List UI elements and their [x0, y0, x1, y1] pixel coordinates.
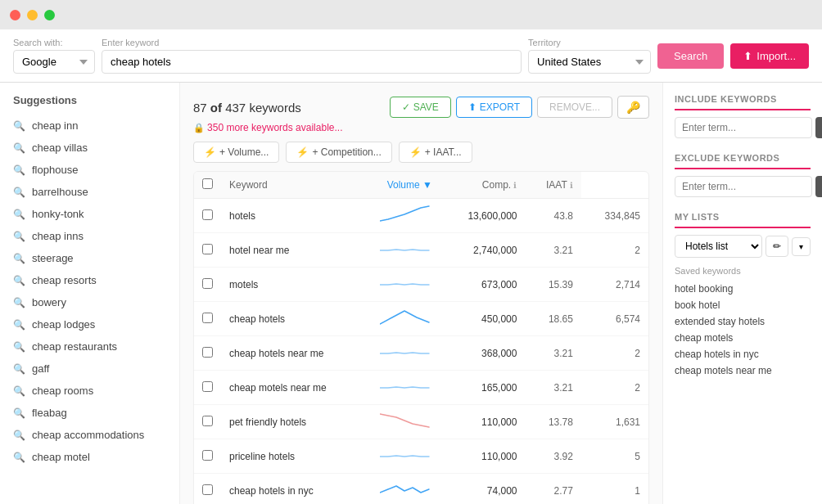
search-icon: 🔍 — [13, 275, 25, 286]
suggestion-item[interactable]: 🔍bowery — [0, 291, 179, 313]
list-select[interactable]: Hotels list — [675, 235, 762, 258]
table-row: hotels 13,600,000 43.8 334,845 — [194, 199, 648, 233]
edit-list-button[interactable]: ✏ — [766, 236, 788, 257]
search-icon: 🔍 — [13, 430, 25, 441]
include-add-button[interactable]: Add — [815, 117, 822, 138]
search-icon: 🔍 — [13, 120, 25, 132]
keyword-cell: pet friendly hotels — [221, 405, 372, 439]
suggestion-item[interactable]: 🔍flophouse — [0, 159, 179, 181]
row-checkbox[interactable] — [202, 209, 213, 220]
table-row: priceline hotels 110,000 3.92 5 — [194, 439, 648, 474]
volume-cell: 13,600,000 — [440, 199, 526, 233]
keyword-label: Enter keyword — [102, 38, 522, 47]
search-icon: 🔍 — [13, 142, 25, 154]
suggestion-item[interactable]: 🔍cheap inns — [0, 225, 179, 247]
include-input[interactable] — [675, 117, 812, 138]
maximize-dot[interactable] — [44, 10, 55, 20]
saved-keyword-item: cheap motels — [675, 330, 811, 346]
suggestion-item[interactable]: 🔍barrelhouse — [0, 181, 179, 203]
row-checkbox[interactable] — [202, 484, 213, 495]
keywords-count: 87 of 437 keywords — [193, 101, 301, 115]
upload-icon: ⬆ — [743, 50, 752, 62]
saved-label: Saved keywords — [675, 266, 811, 276]
more-keywords-link[interactable]: 350 more keywords available... — [193, 122, 649, 133]
col-volume[interactable]: Volume ▼ — [372, 172, 440, 199]
search-engine-select[interactable]: GoogleBingYouTube — [13, 50, 95, 74]
search-engine-wrap: Search with: GoogleBingYouTube — [13, 38, 95, 74]
suggestion-item[interactable]: 🔍steerage — [0, 247, 179, 269]
import-button[interactable]: ⬆ Import... — [730, 43, 809, 69]
keyword-cell: cheap motels near me — [221, 371, 372, 405]
col-keyword: Keyword — [221, 172, 372, 199]
suggestion-item[interactable]: 🔍cheap accommodations — [0, 424, 179, 446]
suggestion-item[interactable]: 🔍cheap resorts — [0, 269, 179, 291]
row-checkbox[interactable] — [202, 313, 213, 323]
row-checkbox[interactable] — [202, 347, 213, 358]
expand-list-button[interactable]: ▾ — [792, 237, 811, 256]
export-button[interactable]: ⬆ EXPORT — [456, 97, 532, 118]
suggestion-item[interactable]: 🔍cheap rooms — [0, 380, 179, 402]
keyword-cell: hotel near me — [221, 233, 372, 268]
saved-keyword-item: cheap motels near me — [675, 362, 811, 379]
suggestion-item[interactable]: 🔍gaff — [0, 358, 179, 380]
volume-filter[interactable]: ⚡ + Volume... — [193, 142, 279, 163]
trend-cell — [372, 474, 440, 505]
search-icon: 🔍 — [13, 164, 25, 176]
close-dot[interactable] — [10, 10, 20, 20]
suggestion-item[interactable]: 🔍honky-tonk — [0, 203, 179, 225]
volume-cell: 368,000 — [440, 336, 526, 371]
table-row: cheap hotels 450,000 18.65 6,574 — [194, 302, 648, 336]
remove-button[interactable]: REMOVE... — [537, 97, 612, 118]
keywords-count-wrap: 87 of 437 keywords — [193, 101, 301, 115]
row-checkbox[interactable] — [202, 381, 213, 392]
volume-cell: 673,000 — [440, 268, 526, 302]
row-checkbox[interactable] — [202, 416, 213, 426]
suggestions-sidebar: Suggestions 🔍cheap inn🔍cheap villas🔍flop… — [0, 83, 180, 504]
keyword-cell: motels — [221, 268, 372, 302]
include-input-wrap: Add — [675, 117, 811, 138]
iaat-filter[interactable]: ⚡ + IAAT... — [399, 142, 472, 163]
include-section: INCLUDE KEYWORDS Add — [675, 94, 811, 138]
select-all-checkbox[interactable] — [202, 178, 213, 189]
search-button[interactable]: Search — [657, 43, 724, 69]
table-row: cheap hotels near me 368,000 3.21 2 — [194, 336, 648, 371]
comp-cell: 2.77 — [525, 474, 580, 505]
suggestion-item[interactable]: 🔍cheap restaurants — [0, 335, 179, 358]
suggestion-item[interactable]: 🔍cheap motel — [0, 446, 179, 468]
search-icon: 🔍 — [13, 452, 25, 463]
keyword-cell: priceline hotels — [221, 439, 372, 474]
row-checkbox[interactable] — [202, 278, 213, 289]
keyword-input[interactable] — [102, 50, 522, 74]
trend-cell — [372, 302, 440, 336]
exclude-section: EXCLUDE KEYWORDS Add — [675, 153, 811, 197]
iaat-cell: 2 — [581, 233, 648, 268]
volume-cell: 2,740,000 — [440, 233, 526, 268]
comp-cell: 13.78 — [525, 405, 580, 439]
suggestion-item[interactable]: 🔍fleabag — [0, 402, 179, 424]
territory-wrap: Territory United StatesUnited KingdomCan… — [528, 38, 651, 74]
saved-keyword-item: cheap hotels in nyc — [675, 346, 811, 362]
suggestion-item[interactable]: 🔍cheap inn — [0, 115, 179, 137]
row-checkbox[interactable] — [202, 450, 213, 461]
territory-select[interactable]: United StatesUnited KingdomCanada — [528, 50, 651, 74]
content-header: 87 of 437 keywords ✓ SAVE ⬆ EXPORT REMOV… — [193, 96, 649, 119]
filter-icon-3: ⚡ — [409, 146, 422, 158]
exclude-add-button[interactable]: Add — [815, 176, 822, 197]
suggestion-item[interactable]: 🔍cheap villas — [0, 137, 179, 159]
saved-keyword-item: book hotel — [675, 297, 811, 313]
suggestion-item[interactable]: 🔍cheap lodges — [0, 313, 179, 335]
sidebar-title: Suggestions — [0, 83, 179, 115]
col-comp[interactable]: Comp. ℹ — [440, 172, 526, 199]
row-checkbox[interactable] — [202, 244, 213, 254]
right-panel: INCLUDE KEYWORDS Add EXCLUDE KEYWORDS Ad… — [662, 83, 822, 504]
table-row: cheap motels near me 165,000 3.21 2 — [194, 371, 648, 405]
save-button[interactable]: ✓ SAVE — [390, 97, 450, 118]
key-button[interactable]: 🔑 — [617, 96, 649, 119]
trend-cell — [372, 336, 440, 371]
col-iaat[interactable]: IAAT ℹ — [525, 172, 580, 199]
iaat-cell: 5 — [581, 439, 648, 474]
minimize-dot[interactable] — [27, 10, 38, 20]
total-count: 437 — [225, 101, 246, 115]
exclude-input[interactable] — [675, 176, 812, 197]
competition-filter[interactable]: ⚡ + Competition... — [286, 142, 391, 163]
